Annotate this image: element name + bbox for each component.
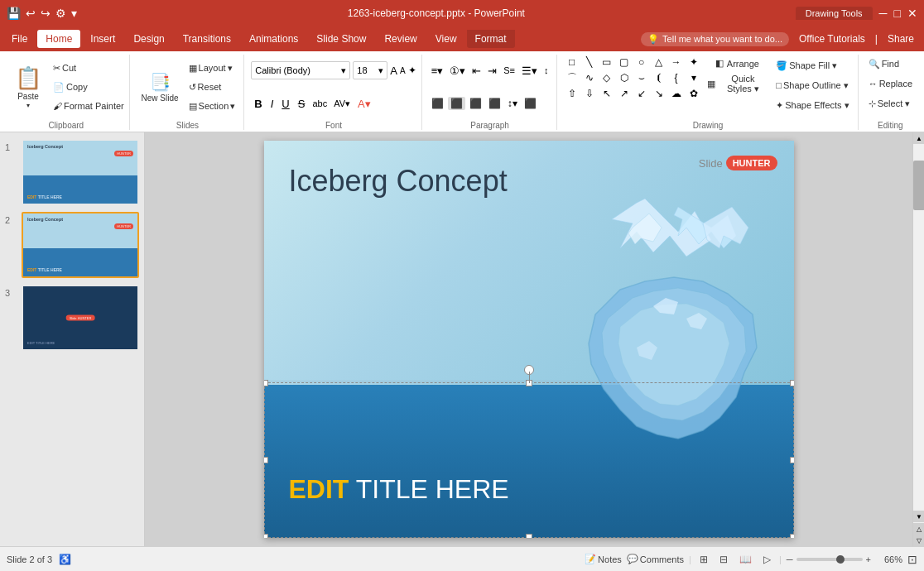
- shape-dropdown-arrow[interactable]: ▾: [686, 70, 702, 85]
- shape-rect2[interactable]: ▭: [599, 55, 615, 70]
- slide-sorter-button[interactable]: ⊟: [716, 552, 731, 567]
- shape-custom1[interactable]: ◇: [599, 70, 615, 85]
- menu-animations[interactable]: Animations: [241, 30, 306, 48]
- underline-button[interactable]: U: [278, 97, 292, 111]
- align-right-button[interactable]: ⬛: [467, 97, 484, 110]
- slide-preview-2[interactable]: Iceberg Concept HUNTER EDIT TITLE HERE: [22, 212, 139, 278]
- shape-custom2[interactable]: ⬡: [616, 70, 633, 85]
- shape2-2[interactable]: ⇩: [581, 86, 598, 101]
- strikethrough-button[interactable]: S: [295, 97, 309, 111]
- shape2-6[interactable]: ↘: [651, 86, 667, 101]
- comments-button[interactable]: 💬 Comments: [627, 554, 684, 564]
- bullets-button[interactable]: ≡▾: [429, 64, 446, 78]
- notes-button[interactable]: 📝 Notes: [585, 554, 622, 564]
- slide-thumb-1[interactable]: 1 Iceberg Concept HUNTER EDIT TITLE HERE: [5, 139, 139, 205]
- zoom-slider-thumb[interactable]: [836, 555, 845, 564]
- text-direction2-button[interactable]: ⬛: [522, 97, 539, 110]
- shape-triangle[interactable]: △: [651, 55, 667, 70]
- shape-arrow[interactable]: →: [668, 55, 685, 70]
- zoom-level[interactable]: 66%: [876, 554, 902, 564]
- shape2-8[interactable]: ✿: [686, 86, 702, 101]
- font-color-button[interactable]: A▾: [354, 97, 374, 111]
- char-spacing-button[interactable]: AV▾: [331, 98, 353, 110]
- normal-view-button[interactable]: ⊞: [696, 552, 711, 567]
- reading-view-button[interactable]: 📖: [736, 552, 755, 567]
- menu-transitions[interactable]: Transitions: [175, 30, 239, 48]
- menu-view[interactable]: View: [427, 30, 465, 48]
- replace-button[interactable]: ↔ Replace: [865, 74, 916, 93]
- size-dropdown-icon[interactable]: ▾: [378, 65, 383, 76]
- menu-design[interactable]: Design: [125, 30, 172, 48]
- clear-format-button[interactable]: ✦: [408, 65, 416, 76]
- columns-button[interactable]: ☰▾: [519, 64, 540, 78]
- bold-button[interactable]: B: [251, 97, 265, 111]
- save-icon[interactable]: 💾: [7, 7, 21, 20]
- format-painter-button[interactable]: 🖌 Format Painter: [50, 97, 128, 115]
- shape-custom5[interactable]: {: [668, 70, 685, 85]
- slide-main-title[interactable]: Iceberg Concept: [289, 164, 508, 199]
- shape-star[interactable]: ✦: [686, 55, 702, 70]
- shape2-5[interactable]: ↙: [633, 86, 650, 101]
- menu-home[interactable]: Home: [37, 30, 80, 48]
- tell-me-box[interactable]: 💡 Tell me what you want to do...: [641, 32, 789, 46]
- line-spacing-button[interactable]: ↕▾: [505, 97, 520, 110]
- scroll-down-button[interactable]: ▼: [913, 511, 924, 522]
- dropdown-arrow-icon[interactable]: ▾: [71, 7, 77, 20]
- close-button[interactable]: ✕: [907, 7, 917, 20]
- select-button[interactable]: ⊹ Select ▾: [865, 94, 916, 113]
- shadow-button[interactable]: abc: [310, 98, 330, 109]
- section-button[interactable]: ▤ Section ▾: [185, 97, 239, 115]
- menu-insert[interactable]: Insert: [82, 30, 123, 48]
- layout-button[interactable]: ▦ Layout ▾: [185, 59, 239, 77]
- menu-review[interactable]: Review: [376, 30, 425, 48]
- text-direction-button[interactable]: ↕: [541, 65, 551, 76]
- slide-thumb-2[interactable]: 2 Iceberg Concept HUNTER EDIT TITLE HERE: [5, 212, 139, 278]
- shape-curve[interactable]: ⌒: [564, 70, 580, 85]
- align-left-button[interactable]: ⬛: [429, 97, 446, 110]
- decrease-font-button[interactable]: A: [400, 66, 406, 75]
- maximize-button[interactable]: □: [894, 7, 901, 20]
- scroll-track[interactable]: [913, 144, 924, 511]
- share-button[interactable]: Share: [881, 31, 921, 47]
- copy-button[interactable]: 📄 Copy: [50, 78, 128, 96]
- font-selector[interactable]: Calibri (Body) ▾: [251, 61, 350, 79]
- zoom-in-button[interactable]: +: [866, 554, 871, 564]
- shape-effects-button[interactable]: ✦ Shape Effects ▾: [772, 96, 852, 114]
- shape2-1[interactable]: ⇧: [564, 86, 580, 101]
- slide-thumb-3[interactable]: 3 Slide HUNTER EDIT TITLE HERE: [5, 285, 139, 351]
- arrange-button[interactable]: ◧ Arrange: [704, 56, 772, 70]
- font-dropdown-icon[interactable]: ▾: [341, 65, 346, 76]
- shape2-7[interactable]: ☁: [668, 86, 685, 101]
- scroll-page-down-button[interactable]: ▽: [913, 535, 924, 546]
- numbering-button[interactable]: ①▾: [447, 64, 468, 78]
- slide-preview-1[interactable]: Iceberg Concept HUNTER EDIT TITLE HERE: [22, 139, 139, 205]
- cut-button[interactable]: ✂ Cut: [50, 59, 128, 77]
- office-tutorials-link[interactable]: Office Tutorials: [792, 31, 872, 47]
- reset-button[interactable]: ↺ Reset: [185, 78, 239, 96]
- tell-me-text[interactable]: Tell me what you want to do...: [662, 34, 782, 44]
- canvas-area[interactable]: Iceberg Concept Slide HUNTER EDIT TITLE …: [145, 132, 912, 546]
- undo-icon[interactable]: ↩: [26, 7, 36, 20]
- paste-button[interactable]: 📋 Paste ▾: [8, 64, 48, 110]
- shape-oval[interactable]: ○: [633, 55, 650, 70]
- shape-line[interactable]: ╲: [581, 55, 598, 70]
- slide-canvas[interactable]: Iceberg Concept Slide HUNTER EDIT TITLE …: [264, 141, 794, 538]
- slide-edit-title[interactable]: EDIT TITLE HERE: [289, 474, 509, 505]
- zoom-slider[interactable]: [796, 558, 863, 561]
- slide-preview-3[interactable]: Slide HUNTER EDIT TITLE HERE: [22, 285, 139, 351]
- menu-file[interactable]: File: [3, 30, 36, 48]
- slideshow-button[interactable]: ▷: [760, 552, 774, 567]
- shape2-3[interactable]: ↖: [599, 86, 615, 101]
- shape-custom4[interactable]: ⦗: [651, 70, 667, 85]
- new-slide-button[interactable]: 📑 New Slide: [137, 64, 184, 110]
- zoom-out-button[interactable]: ─: [787, 554, 793, 564]
- increase-indent-button[interactable]: ⇥: [485, 64, 499, 78]
- shape-custom3[interactable]: ⌣: [633, 70, 650, 85]
- shape2-4[interactable]: ↗: [616, 86, 633, 101]
- redo-icon[interactable]: ↪: [41, 7, 51, 20]
- minimize-button[interactable]: ─: [879, 7, 888, 20]
- align-center-button[interactable]: ⬛: [448, 97, 465, 110]
- justify-button[interactable]: ⬛: [486, 97, 503, 110]
- scroll-thumb[interactable]: [913, 161, 924, 210]
- paste-dropdown-icon[interactable]: ▾: [26, 102, 30, 109]
